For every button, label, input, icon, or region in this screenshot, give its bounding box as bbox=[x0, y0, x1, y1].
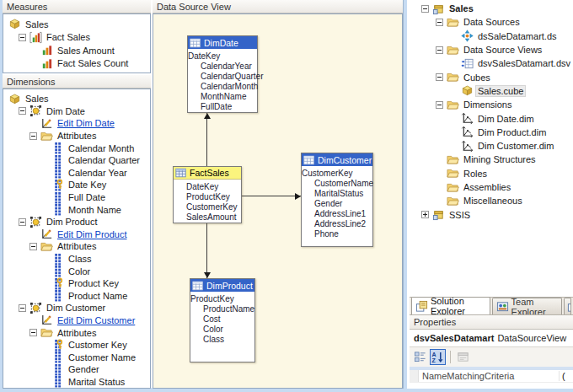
tree-item-dim-customer-dim[interactable]: Dim Customer.dim bbox=[410, 139, 573, 153]
tree-item-gender[interactable]: Gender bbox=[3, 363, 150, 376]
collapse-toggle-icon[interactable] bbox=[421, 5, 431, 13]
alphabetical-sort-button[interactable]: AZ bbox=[430, 349, 446, 365]
dsv-column-customerkey[interactable]: CustomerKey bbox=[174, 201, 241, 212]
collapse-toggle-icon[interactable] bbox=[19, 304, 29, 312]
dsv-column-productkey[interactable]: ProductKey bbox=[190, 293, 254, 303]
tree-item-ssis[interactable]: SSIS bbox=[410, 207, 573, 221]
tree-item-product-key[interactable]: Product Key bbox=[3, 277, 150, 290]
property-row-namematchingcriteria[interactable]: NameMatchingCriteria( bbox=[410, 370, 573, 383]
tree-item-marital-status[interactable]: Marital Status bbox=[3, 376, 150, 389]
tree-item-color[interactable]: Color bbox=[3, 265, 150, 277]
collapse-toggle-icon[interactable] bbox=[19, 34, 29, 41]
tree-item-dssaledatamart-ds[interactable]: dsSaleDatamart.ds bbox=[410, 30, 573, 43]
tree-item-dim-date[interactable]: Dim Date bbox=[3, 105, 150, 118]
property-pages-button[interactable] bbox=[455, 349, 471, 365]
tree-item-label[interactable]: Edit Dim Date bbox=[56, 118, 116, 128]
dsv-column-color[interactable]: Color bbox=[190, 324, 254, 334]
dsv-table-header[interactable]: FactSales bbox=[174, 167, 241, 180]
tab-team-explorer[interactable]: Team Explorer bbox=[492, 298, 563, 314]
dsv-column-gender[interactable]: Gender bbox=[302, 198, 372, 208]
collapse-toggle-icon[interactable] bbox=[436, 46, 446, 54]
dsv-column-salesamount[interactable]: SalesAmount bbox=[174, 212, 241, 222]
tree-item-month-name[interactable]: Month Name bbox=[3, 203, 150, 216]
dsv-table-header[interactable]: DimDate bbox=[188, 36, 257, 49]
tree-item-cubes[interactable]: Cubes bbox=[410, 70, 573, 83]
tree-item-date-key[interactable]: Date Key bbox=[3, 179, 150, 191]
tree-item-dim-customer[interactable]: Dim Customer bbox=[3, 302, 150, 314]
dsv-diagram-canvas[interactable]: DimDateDateKeyCalendarYearCalendarQuarte… bbox=[153, 13, 403, 389]
tree-item-label[interactable]: Edit Dim Customer bbox=[56, 315, 137, 325]
tree-item-sales-amount[interactable]: Sales Amount bbox=[3, 44, 150, 57]
dsv-table-dimproduct[interactable]: DimProductProductKeyProductNameCostColor… bbox=[190, 278, 255, 362]
dsv-column-customerkey[interactable]: CustomerKey bbox=[302, 168, 372, 178]
dsv-column-addressline1[interactable]: AddressLine1 bbox=[302, 208, 372, 218]
tree-item-customer-key[interactable]: Customer Key bbox=[3, 339, 150, 352]
tree-item-sales[interactable]: Sales bbox=[3, 18, 150, 31]
dsv-column-calendarquarter[interactable]: CalendarQuarter bbox=[188, 71, 257, 81]
collapse-toggle-icon[interactable] bbox=[29, 329, 40, 336]
tree-item-calendar-month[interactable]: Calendar Month bbox=[3, 142, 150, 154]
dsv-table-header[interactable]: DimProduct bbox=[190, 279, 254, 292]
dsv-column-datekey[interactable]: DateKey bbox=[188, 51, 257, 61]
relationship-connector[interactable] bbox=[206, 223, 207, 278]
tree-item-attributes[interactable]: Attributes bbox=[3, 130, 150, 142]
relationship-connector[interactable] bbox=[206, 113, 207, 166]
tab-solution-explorer[interactable]: Solution Explorer bbox=[411, 297, 490, 314]
tree-item-full-date[interactable]: Full Date bbox=[3, 191, 150, 204]
tree-item-dsvsalesdatamart-dsv[interactable]: dsvSalesDatamart.dsv bbox=[410, 56, 573, 70]
collapse-toggle-icon[interactable] bbox=[436, 19, 446, 26]
dsv-table-dimdate[interactable]: DimDateDateKeyCalendarYearCalendarQuarte… bbox=[187, 35, 258, 113]
dsv-column-productname[interactable]: ProductName bbox=[190, 303, 254, 314]
tree-item-label[interactable]: Edit Dim Product bbox=[56, 229, 129, 239]
properties-object-selector[interactable]: dsvSalesDatamart DataSourceView bbox=[410, 330, 573, 347]
tree-item-assemblies[interactable]: Assemblies bbox=[410, 180, 573, 194]
dsv-column-cost[interactable]: Cost bbox=[190, 314, 254, 324]
collapse-toggle-icon[interactable] bbox=[436, 73, 446, 81]
tree-item-calendar-year[interactable]: Calendar Year bbox=[3, 167, 150, 180]
tab-clipped[interactable] bbox=[564, 298, 571, 314]
tree-item-edit-dim-product[interactable]: Edit Dim Product bbox=[3, 228, 150, 241]
dsv-column-phone[interactable]: Phone bbox=[302, 228, 372, 239]
dsv-column-maritalstatus[interactable]: MaritalStatus bbox=[302, 188, 372, 198]
collapse-toggle-icon[interactable] bbox=[436, 101, 446, 109]
tree-item-sales-cube[interactable]: Sales.cube bbox=[410, 84, 573, 98]
tree-item-product-name[interactable]: Product Name bbox=[3, 290, 150, 303]
tree-item-dim-date-dim[interactable]: Dim Date.dim bbox=[410, 111, 573, 125]
dsv-table-dimcustomer[interactable]: DimCustomerCustomerKeyCustomerNameMarita… bbox=[301, 153, 373, 247]
dsv-column-calendaryear[interactable]: CalendarYear bbox=[188, 61, 257, 71]
expand-toggle-icon[interactable] bbox=[421, 211, 431, 218]
tree-item-attributes[interactable]: Attributes bbox=[3, 326, 150, 339]
dsv-column-customername[interactable]: CustomerName bbox=[302, 178, 372, 188]
tree-item-roles[interactable]: Roles bbox=[410, 167, 573, 180]
dsv-column-class[interactable]: Class bbox=[190, 334, 254, 344]
tree-item-miscellaneous[interactable]: Miscellaneous bbox=[410, 194, 573, 207]
tree-item-fact-sales-count[interactable]: Fact Sales Count bbox=[3, 57, 150, 71]
tree-item-class[interactable]: Class bbox=[3, 253, 150, 266]
dsv-column-addressline2[interactable]: AddressLine2 bbox=[302, 218, 372, 228]
relationship-connector[interactable] bbox=[242, 196, 301, 196]
tree-item-sales[interactable]: Sales bbox=[3, 93, 150, 105]
tree-item-mining-structures[interactable]: Mining Structures bbox=[410, 153, 573, 166]
dsv-column-calendarmonth[interactable]: CalendarMonth bbox=[188, 81, 257, 91]
tree-item-dimensions[interactable]: Dimensions bbox=[410, 98, 573, 111]
dsv-table-factsales[interactable]: FactSalesDateKeyProductKeyCustomerKeySal… bbox=[173, 166, 242, 223]
tree-item-fact-sales[interactable]: Fact Sales bbox=[3, 31, 150, 45]
tree-item-calendar-quarter[interactable]: Calendar Quarter bbox=[3, 154, 150, 167]
dsv-column-productkey[interactable]: ProductKey bbox=[174, 191, 241, 201]
property-name[interactable]: NameMatchingCriteria bbox=[419, 371, 560, 381]
dsv-column-monthname[interactable]: MonthName bbox=[188, 91, 257, 101]
dsv-column-datekey[interactable]: DateKey bbox=[174, 181, 241, 191]
property-value[interactable]: ( bbox=[560, 371, 565, 381]
tree-item-dim-product-dim[interactable]: Dim Product.dim bbox=[410, 126, 573, 139]
tree-item-dim-product[interactable]: Dim Product bbox=[3, 216, 150, 228]
tree-item-attributes[interactable]: Attributes bbox=[3, 240, 150, 253]
collapse-toggle-icon[interactable] bbox=[29, 132, 40, 140]
collapse-toggle-icon[interactable] bbox=[19, 107, 29, 115]
categorized-button[interactable] bbox=[412, 349, 428, 365]
panel-splitter[interactable] bbox=[403, 0, 410, 389]
collapse-toggle-icon[interactable] bbox=[29, 243, 40, 250]
tree-item-edit-dim-date[interactable]: Edit Dim Date bbox=[3, 117, 150, 130]
tree-item-data-sources[interactable]: Data Sources bbox=[410, 15, 573, 29]
collapse-toggle-icon[interactable] bbox=[19, 218, 29, 226]
dsv-column-fulldate[interactable]: FullDate bbox=[188, 101, 257, 111]
